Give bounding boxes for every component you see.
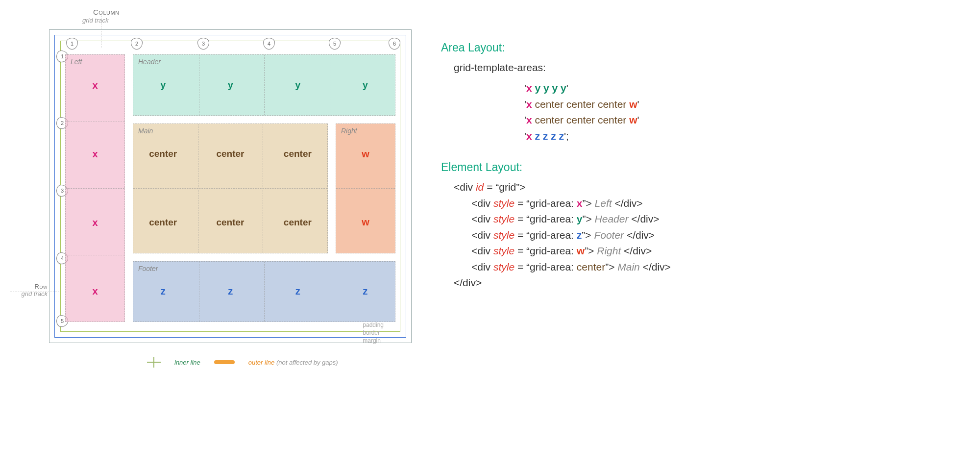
border-label: border: [363, 329, 384, 337]
outer-line-note: (not affected by gaps): [276, 359, 338, 366]
area-left-title: Left: [71, 58, 82, 66]
column-line-2: 2: [131, 38, 143, 49]
column-line-3: 3: [197, 38, 209, 49]
cell-center: center: [133, 192, 193, 253]
grid-diagram: Column grid track Row grid track 1 2 3 4…: [10, 10, 412, 368]
cell-z: z: [336, 262, 395, 322]
cell-center: center: [268, 124, 327, 185]
area-header-title: Header: [138, 58, 161, 66]
cell-w: w: [336, 192, 395, 253]
cell-z: z: [201, 262, 261, 322]
grid-track-label-top: grid track: [82, 17, 108, 24]
padding-label: padding: [363, 321, 384, 329]
area-right-title: Right: [341, 127, 357, 135]
grid-frame: Row grid track 1 2 3 4 5 6 1 2 3 4 5 Lef…: [49, 29, 412, 343]
cell-center: center: [200, 124, 260, 185]
cell-center: center: [200, 192, 260, 253]
column-track-label: Column grid track: [10, 10, 412, 29]
area-footer: Footer z z z z: [133, 261, 395, 322]
margin-label: margin: [363, 337, 384, 345]
column-line-6: 6: [389, 38, 400, 49]
area-layout-heading: Area Layout:: [441, 39, 671, 57]
cell-y: y: [201, 55, 261, 115]
cell-x: x: [66, 192, 124, 253]
column-line-5: 5: [329, 38, 341, 49]
column-label: Column: [93, 8, 120, 16]
cell-z: z: [268, 262, 328, 322]
column-line-1: 1: [66, 38, 78, 49]
row-track-label: Row grid track: [18, 283, 48, 297]
outer-line-icon: [214, 360, 235, 364]
area-main-title: Main: [138, 127, 153, 135]
cell-center: center: [268, 192, 327, 253]
element-layout-code: <div id = “grid”><div style = “grid-area…: [454, 179, 671, 291]
inner-line-label: inner line: [174, 359, 200, 366]
gta-rows: 'x y y y y''x center center center w''x …: [524, 80, 671, 144]
cell-y: y: [336, 55, 395, 115]
element-layout-heading: Element Layout:: [441, 159, 671, 176]
grid-track-label-left: grid track: [18, 290, 48, 297]
area-header: Header y y y y: [133, 54, 395, 116]
area-right: Right w w: [336, 124, 395, 253]
column-line-4: 4: [263, 38, 275, 49]
box-model-annotations: padding border margin: [363, 321, 384, 345]
column-track-pointer: [101, 13, 101, 48]
gta-property: grid-template-areas:: [454, 60, 671, 76]
inner-line-icon: [147, 357, 161, 368]
cell-x: x: [66, 261, 124, 322]
area-footer-title: Footer: [138, 265, 158, 272]
explanation-panel: Area Layout: grid-template-areas: 'x y y…: [441, 10, 671, 291]
legend: inner line outer line (not affected by g…: [147, 357, 412, 368]
cell-x: x: [66, 124, 124, 184]
outer-line-label: outer line: [248, 359, 274, 366]
css-grid: Left x x x x Header: [65, 54, 395, 322]
area-main: Main center center center center center …: [133, 124, 328, 253]
cell-y: y: [268, 55, 328, 115]
row-label: Row: [18, 283, 48, 290]
area-left: Left x x x x: [65, 54, 125, 322]
